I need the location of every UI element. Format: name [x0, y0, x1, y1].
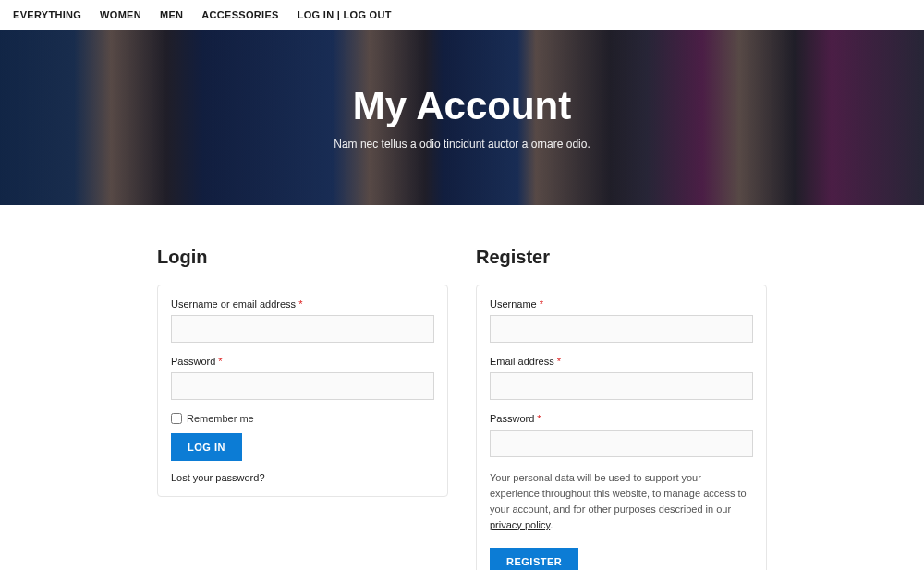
required-mark: * — [540, 298, 543, 309]
login-card: Username or email address * Password * R… — [157, 285, 448, 497]
hero-banner: My Account Nam nec tellus a odio tincidu… — [0, 30, 924, 205]
register-password-field: Password * — [490, 413, 753, 457]
register-password-input[interactable] — [490, 430, 753, 457]
login-username-label: Username or email address * — [171, 298, 434, 309]
login-username-input[interactable] — [171, 315, 434, 343]
required-mark: * — [557, 356, 561, 367]
remember-me-label: Remember me — [187, 413, 254, 424]
register-username-label-text: Username — [490, 298, 540, 309]
login-heading: Login — [157, 247, 448, 268]
login-password-field: Password * — [171, 356, 434, 400]
login-column: Login Username or email address * Passwo… — [157, 247, 448, 570]
login-password-input[interactable] — [171, 372, 434, 400]
remember-me-checkbox[interactable] — [171, 413, 182, 424]
remember-me[interactable]: Remember me — [171, 413, 434, 424]
required-mark: * — [298, 298, 302, 309]
login-password-label-text: Password — [171, 356, 218, 367]
top-nav: EVERYTHING WOMEN MEN ACCESSORIES LOG IN … — [0, 0, 924, 30]
register-heading: Register — [476, 247, 767, 268]
lost-password-link[interactable]: Lost your password? — [171, 472, 434, 483]
register-username-label: Username * — [490, 298, 753, 309]
required-mark: * — [537, 413, 541, 424]
page-subtitle: Nam nec tellus a odio tincidunt auctor a… — [334, 138, 590, 151]
register-column: Register Username * Email address * Pass… — [476, 247, 767, 570]
login-button[interactable]: LOG IN — [171, 433, 242, 461]
privacy-notice: Your personal data will be used to suppo… — [490, 470, 753, 533]
register-email-input[interactable] — [490, 372, 753, 400]
required-mark: * — [218, 356, 222, 367]
nav-login-logout[interactable]: LOG IN | LOG OUT — [298, 9, 392, 20]
login-password-label: Password * — [171, 356, 434, 367]
privacy-policy-link[interactable]: privacy policy — [490, 519, 550, 530]
register-password-label: Password * — [490, 413, 753, 424]
login-username-field: Username or email address * — [171, 298, 434, 343]
nav-women[interactable]: WOMEN — [100, 9, 141, 20]
register-username-field: Username * — [490, 298, 753, 343]
register-username-input[interactable] — [490, 315, 753, 343]
register-button[interactable]: REGISTER — [490, 548, 578, 570]
register-card: Username * Email address * Password * Yo… — [476, 285, 767, 570]
nav-accessories[interactable]: ACCESSORIES — [201, 9, 278, 20]
privacy-text: Your personal data will be used to suppo… — [490, 472, 747, 515]
register-email-field: Email address * — [490, 356, 753, 400]
register-email-label-text: Email address — [490, 356, 557, 367]
register-email-label: Email address * — [490, 356, 753, 367]
privacy-after: . — [550, 519, 553, 530]
account-forms: Login Username or email address * Passwo… — [148, 247, 776, 570]
page-title: My Account — [353, 84, 571, 128]
register-password-label-text: Password — [490, 413, 537, 424]
nav-everything[interactable]: EVERYTHING — [13, 9, 81, 20]
login-username-label-text: Username or email address — [171, 298, 298, 309]
nav-men[interactable]: MEN — [160, 9, 183, 20]
